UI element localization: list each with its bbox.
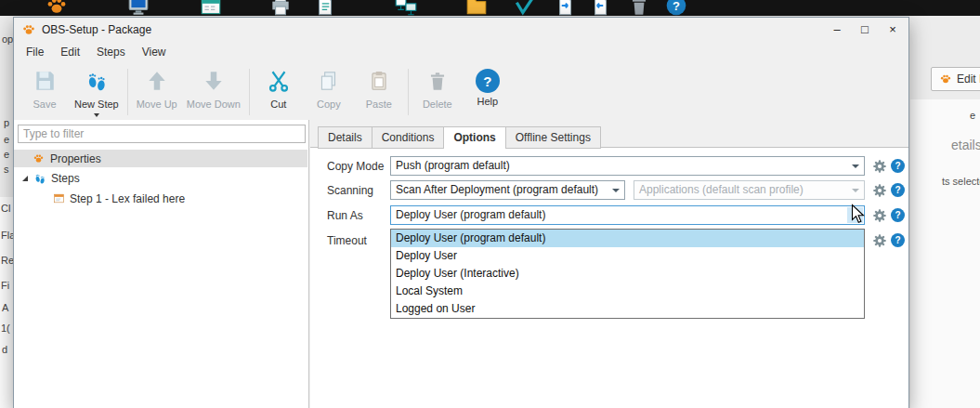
tab-strip: Details Conditions Options Offline Setti… — [318, 126, 601, 149]
left-fragment: d — [2, 344, 7, 355]
tree-panel: Properties Steps Step 1 - Lex failed her… — [14, 120, 309, 408]
background-toolbar: ? — [0, 0, 980, 16]
edit-package-button[interactable]: Edit P — [931, 67, 980, 91]
window-content: Properties Steps Step 1 - Lex failed her… — [14, 120, 908, 408]
menu-bar: File Edit Steps View — [14, 42, 908, 62]
tab-offline-settings[interactable]: Offline Settings — [506, 126, 601, 149]
left-fragment: A — [2, 302, 8, 313]
checkmark-icon[interactable] — [513, 0, 537, 16]
calendar-icon[interactable] — [199, 0, 223, 16]
menu-edit[interactable]: Edit — [52, 44, 88, 60]
gear-icon[interactable] — [872, 159, 887, 174]
scan-profile-value: Applications (default scan profile) — [639, 183, 804, 196]
new-step-icon — [85, 69, 109, 96]
move-up-icon — [145, 69, 169, 96]
dropdown-option[interactable]: Deploy User (Interactive) — [391, 265, 864, 283]
save-button[interactable]: Save — [20, 67, 70, 112]
help-icon[interactable]: ? — [891, 183, 905, 197]
copy-mode-select[interactable]: Push (program default) — [390, 156, 865, 176]
network-computers-icon[interactable] — [394, 0, 418, 16]
new-step-button[interactable]: New Step — [70, 67, 124, 119]
printer-icon[interactable] — [268, 0, 293, 16]
folder-icon[interactable] — [464, 0, 489, 16]
left-fragment: Re — [1, 255, 13, 266]
left-fragment: e — [4, 134, 9, 145]
copy-button[interactable]: Copy — [304, 67, 354, 112]
trash-icon[interactable] — [627, 0, 651, 16]
run-as-value: Deploy User (program default) — [396, 208, 545, 221]
menu-file[interactable]: File — [18, 44, 52, 60]
tree-item-properties[interactable]: Properties — [14, 150, 307, 167]
right-fragment: ts selected) — [942, 176, 980, 187]
right-fragment: e — [970, 110, 975, 121]
help-icon[interactable]: ? — [664, 0, 688, 16]
expander-icon[interactable] — [22, 176, 28, 181]
tree-item-label: Steps — [51, 172, 80, 185]
left-fragment: Fla — [1, 230, 13, 241]
tree-item-steps[interactable]: Steps — [14, 169, 307, 187]
new-step-dropdown-caret[interactable] — [94, 113, 99, 117]
computer-icon[interactable] — [126, 0, 150, 16]
window-title: OBS-Setup - Package — [42, 23, 151, 36]
tree-item-step1[interactable]: Step 1 - Lex failed here — [14, 190, 307, 207]
cut-icon — [267, 69, 291, 96]
tab-options[interactable]: Options — [444, 126, 505, 149]
left-fragment: Fi — [1, 280, 9, 291]
filter-input[interactable] — [18, 125, 306, 143]
maximize-button[interactable]: □ — [851, 19, 879, 40]
chevron-down-icon[interactable] — [608, 182, 623, 198]
help-icon[interactable]: ? — [891, 208, 905, 222]
save-icon — [33, 69, 57, 96]
help-button[interactable]: ? Help — [463, 67, 513, 109]
tab-conditions[interactable]: Conditions — [372, 126, 445, 149]
screen: ? op p e e s Cl Fla Re Fi A 1( d Edit P … — [0, 0, 980, 408]
paste-button[interactable]: Paste — [354, 67, 404, 112]
tree-item-label: Properties — [50, 152, 101, 165]
app-logo-icon[interactable] — [45, 0, 69, 16]
tree-item-label: Step 1 - Lex failed here — [70, 192, 185, 205]
mouse-cursor — [851, 204, 865, 228]
close-button[interactable]: × — [879, 19, 907, 40]
move-down-button[interactable]: Move Down — [182, 67, 245, 112]
scanning-value: Scan After Deployment (program default) — [396, 183, 598, 196]
toolbar-separator — [408, 69, 409, 115]
copy-icon — [317, 69, 341, 96]
help-icon[interactable]: ? — [891, 233, 905, 247]
window-toolbar: Save New Step Move Up Move Down Cut — [20, 62, 908, 125]
document-icon[interactable] — [313, 0, 337, 16]
toolbar-separator — [127, 69, 128, 115]
menu-view[interactable]: View — [134, 44, 175, 60]
gear-icon[interactable] — [872, 233, 887, 248]
left-fragment: op — [2, 33, 13, 45]
dropdown-option[interactable]: Deploy User — [391, 247, 864, 265]
paste-icon — [367, 69, 391, 96]
page-import-icon[interactable] — [553, 0, 577, 16]
left-fragment: 1( — [1, 322, 10, 334]
cut-button[interactable]: Cut — [254, 67, 304, 112]
help-icon[interactable]: ? — [891, 159, 905, 173]
gear-icon[interactable] — [872, 208, 887, 223]
tab-details[interactable]: Details — [318, 126, 372, 149]
menu-steps[interactable]: Steps — [88, 44, 134, 60]
scanning-select[interactable]: Scan After Deployment (program default) — [390, 180, 625, 200]
page-export-icon[interactable] — [588, 0, 612, 16]
chevron-down-icon[interactable] — [847, 158, 863, 174]
dropdown-option[interactable]: Logged on User — [391, 300, 864, 318]
dropdown-option[interactable]: Local System — [391, 283, 864, 300]
background-left-edge: op p e e s Cl Fla Re Fi A 1( d — [0, 16, 13, 408]
dropdown-option[interactable]: Deploy User (program default) — [391, 230, 864, 247]
run-as-label: Run As — [327, 209, 363, 222]
minimize-button[interactable]: – — [823, 19, 851, 40]
move-up-button[interactable]: Move Up — [132, 67, 182, 112]
left-fragment: e — [4, 149, 9, 160]
help-icon: ? — [476, 69, 500, 93]
title-bar[interactable]: OBS-Setup - Package – □ × — [14, 18, 908, 42]
scan-profile-select: Applications (default scan profile) — [634, 180, 865, 200]
gear-icon[interactable] — [872, 183, 887, 198]
right-fragment: etails — [951, 138, 980, 152]
run-as-select[interactable]: Deploy User (program default) — [390, 205, 865, 225]
copy-mode-label: Copy Mode — [327, 160, 384, 173]
delete-button[interactable]: Delete — [412, 67, 463, 112]
chevron-down-icon — [847, 182, 863, 198]
scanning-label: Scanning — [327, 184, 373, 197]
